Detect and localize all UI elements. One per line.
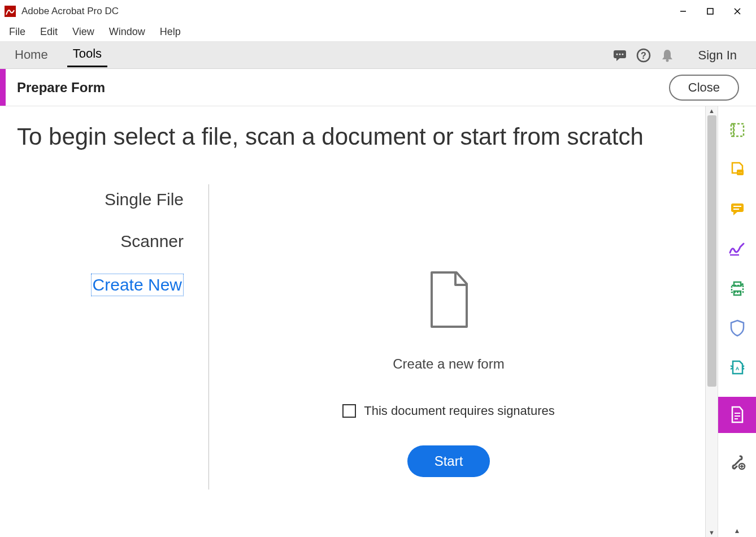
sidebar-fill-sign-icon[interactable] xyxy=(718,239,757,259)
svg-point-25 xyxy=(741,283,744,285)
vertical-scrollbar[interactable]: ▲ ▼ xyxy=(705,106,718,537)
sidebar-prepare-form-icon[interactable] xyxy=(718,397,757,433)
close-window-button[interactable] xyxy=(724,1,750,21)
sidebar-crop-page-icon[interactable] xyxy=(718,120,757,140)
sidebar-export-pdf-icon[interactable]: ⋯ xyxy=(718,159,757,180)
signatures-checkbox-row[interactable]: This document requires signatures xyxy=(342,404,555,418)
sidebar-more-tools-icon[interactable] xyxy=(718,452,757,473)
notifications-icon[interactable] xyxy=(655,44,679,67)
option-create-new[interactable]: Create New xyxy=(91,274,184,296)
svg-point-8 xyxy=(619,53,620,55)
scroll-up-arrow-icon[interactable]: ▲ xyxy=(706,106,718,115)
option-scanner[interactable]: Scanner xyxy=(120,232,184,251)
svg-point-9 xyxy=(622,53,623,55)
svg-text:⋯: ⋯ xyxy=(738,170,742,175)
svg-rect-17 xyxy=(731,203,744,212)
sidebar-protect-icon[interactable] xyxy=(718,318,757,338)
sidebar-scan-icon[interactable]: A xyxy=(718,357,757,378)
close-tool-button[interactable]: Close xyxy=(669,75,739,101)
content: To begin select a file, scan a document … xyxy=(0,106,705,537)
maximize-button[interactable] xyxy=(697,1,723,21)
signatures-checkbox[interactable] xyxy=(342,404,356,418)
scroll-track[interactable] xyxy=(706,115,718,528)
svg-marker-6 xyxy=(616,58,620,61)
svg-rect-24 xyxy=(734,291,741,295)
top-tabbar: Home Tools ? Sign In xyxy=(0,42,756,69)
tool-accent-bar xyxy=(0,69,6,106)
menu-file[interactable]: File xyxy=(3,24,31,40)
svg-rect-23 xyxy=(734,282,741,286)
window-titlebar: Adobe Acrobat Pro DC xyxy=(0,0,756,23)
svg-text:A: A xyxy=(735,366,739,371)
scroll-down-arrow-icon[interactable]: ▼ xyxy=(706,528,718,537)
create-new-form-text: Create a new form xyxy=(393,356,504,372)
menubar: File Edit View Window Help xyxy=(0,23,756,42)
window-title: Adobe Acrobat Pro DC xyxy=(21,6,670,17)
menu-help[interactable]: Help xyxy=(154,24,186,40)
right-sidebar: ⋯ A ▲ xyxy=(718,106,756,537)
svg-rect-13 xyxy=(733,124,744,136)
menu-edit[interactable]: Edit xyxy=(34,24,63,40)
scroll-thumb[interactable] xyxy=(707,115,716,387)
tab-tools[interactable]: Tools xyxy=(67,43,107,67)
tab-home[interactable]: Home xyxy=(9,44,54,67)
comments-icon[interactable] xyxy=(608,44,632,67)
blank-document-icon xyxy=(423,269,475,334)
svg-text:?: ? xyxy=(641,51,646,60)
page-heading: To begin select a file, scan a document … xyxy=(17,123,688,150)
sidebar-print-production-icon[interactable] xyxy=(718,278,757,298)
sidebar-comment-icon[interactable] xyxy=(718,199,757,219)
create-new-pane: Create a new form This document requires… xyxy=(209,184,688,490)
tool-title: Prepare Form xyxy=(17,80,669,96)
option-single-file[interactable]: Single File xyxy=(105,190,184,209)
signatures-checkbox-label: This document requires signatures xyxy=(364,404,555,418)
svg-rect-14 xyxy=(731,124,734,136)
svg-point-7 xyxy=(616,53,618,55)
help-icon[interactable]: ? xyxy=(632,44,655,67)
menu-view[interactable]: View xyxy=(67,24,100,40)
svg-point-12 xyxy=(666,59,668,62)
sidebar-expand-arrow-icon[interactable]: ▲ xyxy=(718,527,756,535)
main-area: To begin select a file, scan a document … xyxy=(0,106,756,537)
source-options: Single File Scanner Create New xyxy=(17,184,209,490)
window-controls xyxy=(670,1,750,21)
menu-window[interactable]: Window xyxy=(103,24,151,40)
svg-rect-2 xyxy=(707,8,713,14)
sign-in-link[interactable]: Sign In xyxy=(698,48,737,63)
minimize-button[interactable] xyxy=(670,1,696,21)
acrobat-app-icon xyxy=(5,6,16,17)
tool-subheader: Prepare Form Close xyxy=(0,69,756,106)
options-row: Single File Scanner Create New Create a … xyxy=(17,184,688,490)
svg-marker-18 xyxy=(733,211,738,215)
start-button[interactable]: Start xyxy=(407,445,490,477)
